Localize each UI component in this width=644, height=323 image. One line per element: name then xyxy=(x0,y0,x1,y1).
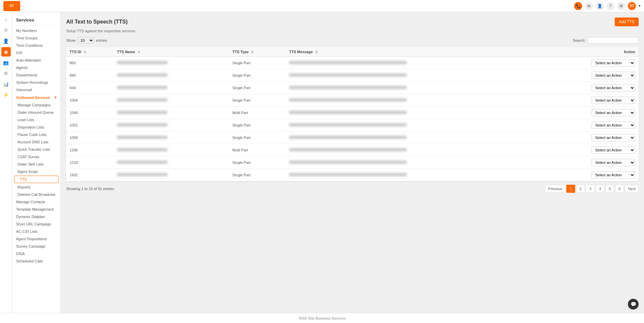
topbar-icons: 📞 ✉ 👤 ? ⚙ ST ▾ xyxy=(574,2,641,10)
sidebar-item-scheduled-calls[interactable]: Scheduled Calls xyxy=(12,257,61,265)
sidebar-item-agent-dispositions[interactable]: Agent Dispositions xyxy=(12,235,61,243)
page-btn-5[interactable]: 5 xyxy=(605,185,614,193)
action-cell: Select an ActionEditDelete xyxy=(537,107,639,119)
page-btn-4[interactable]: 4 xyxy=(596,185,604,193)
action-cell: Select an ActionEditDelete xyxy=(537,57,639,69)
sidebar-item-dynamic-dialplan[interactable]: Dynamic Dialplan xyxy=(12,213,61,220)
sidebar-item-system-recordings[interactable]: System Recordings xyxy=(12,79,61,86)
sidebar-item-outbound-services[interactable]: Outbound Services ▾ xyxy=(12,94,61,101)
sidebar-item-lead-lists[interactable]: Lead Lists xyxy=(12,116,61,123)
col-action: Action xyxy=(537,47,639,57)
tts-type-cell: Single Part xyxy=(229,156,286,169)
action-select[interactable]: Select an ActionEditDelete xyxy=(592,84,635,92)
settings-icon[interactable]: ⚙ xyxy=(617,2,625,10)
sidebar-item-auto-attendant[interactable]: Auto-Attendant xyxy=(12,57,61,64)
table-row: 1218Single PartSelect an ActionEditDelet… xyxy=(66,156,639,169)
page-btn-2[interactable]: 2 xyxy=(576,185,585,193)
add-tts-button[interactable]: Add TTS xyxy=(615,17,639,26)
tts-message-blurred xyxy=(289,86,407,89)
tts-name-blurred xyxy=(117,111,167,114)
chat-bubble[interactable]: 💬 xyxy=(628,299,639,310)
sidebar-item-dialer-skill-lists[interactable]: Dialer Skill Lists xyxy=(12,160,61,168)
nav-agents[interactable]: 👥 xyxy=(1,58,11,67)
tts-id-cell: 1602 xyxy=(66,169,114,181)
sidebar-item-tts[interactable]: TTS xyxy=(14,176,58,183)
person-icon[interactable]: 👤 xyxy=(596,2,604,10)
table-row: 1046Multi PartSelect an ActionEditDelete xyxy=(66,107,639,119)
tts-id-cell: 1046 xyxy=(66,107,114,119)
action-select[interactable]: Select an ActionEditDelete xyxy=(592,146,635,154)
sidebar-item-reports[interactable]: Reports xyxy=(12,183,61,191)
entries-label: entries xyxy=(96,38,107,42)
entries-select[interactable]: 10 25 50 100 xyxy=(78,37,94,44)
tts-table: TTS ID ⇅ TTS Name ⇅ TTS Type ⇅ TTS Messa… xyxy=(66,47,639,181)
tts-name-cell xyxy=(114,57,229,69)
tts-type-cell: Multi Part xyxy=(229,107,286,119)
tts-id-cell: 944 xyxy=(66,82,114,94)
tts-type-cell: Single Part xyxy=(229,119,286,132)
show-label: Show xyxy=(66,38,76,42)
action-select[interactable]: Select an ActionEditDelete xyxy=(592,59,635,67)
sidebar-item-csat-survey[interactable]: CSAT Survey xyxy=(12,153,61,160)
main-content: All Text to Speech (TTS) Add TTS Setup T… xyxy=(61,12,644,313)
sidebar-item-agents[interactable]: Agents xyxy=(12,64,61,71)
message-icon[interactable]: ✉ xyxy=(585,2,593,10)
table-row: 1058Single PartSelect an ActionEditDelet… xyxy=(66,132,639,144)
help-icon[interactable]: ? xyxy=(606,2,614,10)
sidebar-item-agent-script[interactable]: Agent Script xyxy=(12,168,61,175)
page-btn-1[interactable]: 1 xyxy=(566,185,575,193)
sidebar-item-disa[interactable]: DISA xyxy=(12,250,61,257)
sidebar-item-quick-transfer-lists[interactable]: Quick Transfer Lists xyxy=(12,146,61,153)
page-btn-3[interactable]: 3 xyxy=(586,185,595,193)
tts-name-cell xyxy=(114,69,229,82)
nav-tools[interactable]: ⚙ xyxy=(1,69,11,78)
previous-button[interactable]: Previous xyxy=(545,185,566,193)
nav-settings[interactable]: ⚡ xyxy=(1,90,11,100)
phone-icon[interactable]: 📞 xyxy=(574,2,582,10)
action-select[interactable]: Select an ActionEditDelete xyxy=(592,171,635,179)
tts-id-cell: 896 xyxy=(66,69,114,82)
action-cell: Select an ActionEditDelete xyxy=(537,82,639,94)
avatar[interactable]: ST xyxy=(628,2,636,10)
sidebar-item-survey-campaign[interactable]: Survey Campaign xyxy=(12,243,61,250)
sidebar-item-manage-contacts[interactable]: Manage Contacts xyxy=(12,198,61,206)
nav-reports[interactable]: 📊 xyxy=(1,79,11,89)
tts-name-cell xyxy=(114,119,229,132)
action-select[interactable]: Select an ActionEditDelete xyxy=(592,109,635,116)
next-button[interactable]: Next xyxy=(625,185,639,193)
sidebar-item-manage-campaigns[interactable]: Manage Campaigns xyxy=(12,101,61,109)
sidebar-item-time-groups[interactable]: Time Groups xyxy=(12,34,61,42)
nav-contacts[interactable]: 👤 xyxy=(1,36,11,46)
action-select[interactable]: Select an ActionEditDelete xyxy=(592,72,635,79)
sidebar-item-account-dnd-lists[interactable]: Account DND Lists xyxy=(12,138,61,146)
tts-message-cell xyxy=(286,119,537,132)
sidebar-item-dialer-inbound-queue[interactable]: Dialer Inbound Queue xyxy=(12,109,61,116)
tts-name-blurred xyxy=(117,61,167,64)
sidebar-item-voicemail[interactable]: Voicemail xyxy=(12,86,61,94)
sidebar-item-departments[interactable]: Departments xyxy=(12,71,61,79)
sidebar-item-ivr[interactable]: IVR xyxy=(12,49,61,57)
tts-name-blurred xyxy=(117,148,167,151)
sidebar-item-short-url-campaign[interactable]: Short URL Campaign xyxy=(12,220,61,228)
sidebar-item-ac-cid-lists[interactable]: AC-CID Lists xyxy=(12,228,61,235)
nav-calls[interactable]: ✆ xyxy=(1,26,11,35)
action-select[interactable]: Select an ActionEditDelete xyxy=(592,134,635,141)
col-tts-type: TTS Type ⇅ xyxy=(229,47,286,57)
tts-name-cell xyxy=(114,169,229,181)
action-select[interactable]: Select an ActionEditDelete xyxy=(592,97,635,104)
sidebar-item-disposition-lists[interactable]: Disposition Lists xyxy=(12,123,61,131)
col-tts-name: TTS Name ⇅ xyxy=(114,47,229,57)
action-select[interactable]: Select an ActionEditDelete xyxy=(592,121,635,129)
sidebar-item-deleted-call-broadcast[interactable]: Deleted Call Broadcast xyxy=(12,191,61,198)
nav-active[interactable]: ◉ xyxy=(1,47,11,57)
sidebar-item-template-management[interactable]: Template Management xyxy=(12,206,61,213)
search-input[interactable] xyxy=(588,37,639,44)
sidebar-item-pause-code-lists[interactable]: Pause Code Lists xyxy=(12,131,61,138)
sidebar-item-my-numbers[interactable]: My Numbers xyxy=(12,27,61,34)
tts-id-cell: 860 xyxy=(66,57,114,69)
nav-home[interactable]: ⌂ xyxy=(1,15,11,24)
page-btn-6[interactable]: 6 xyxy=(615,185,624,193)
tts-name-blurred xyxy=(117,73,167,77)
action-select[interactable]: Select an ActionEditDelete xyxy=(592,159,635,166)
sidebar-item-time-conditions[interactable]: Time Conditions xyxy=(12,42,61,49)
